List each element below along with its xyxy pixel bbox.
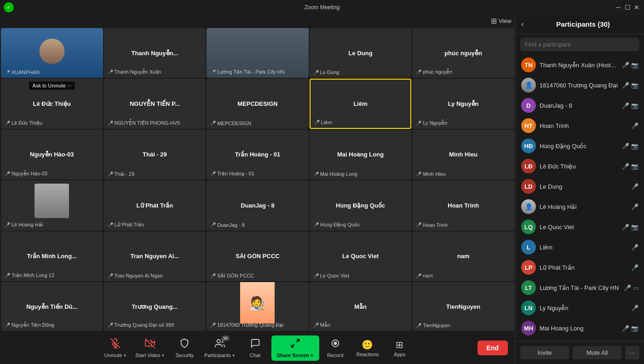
list-item[interactable]: LN Ly Nguyễn 🎤 (516, 298, 644, 318)
video-off-icon: 📷 (631, 82, 638, 89)
video-cell-luong[interactable]: 🎤 Lương Tấn Tài - Park City HN (207, 28, 309, 78)
list-item[interactable]: L Liêm 🎤 (516, 237, 644, 257)
mute-icon: 🎤 (210, 121, 216, 126)
list-item[interactable]: TN Thanh Nguyễn Xuân (Host, me) 🎤 📷 (516, 55, 644, 75)
video-cell-minh-hieu[interactable]: Minh Hieu 🎤 Minh Hieu (412, 130, 514, 179)
video-off-icon: 📷 (631, 224, 638, 231)
sidebar-header: ‹ Participants (30) (516, 15, 644, 34)
participant-icons: 🎤 (631, 305, 638, 312)
video-cell-nguyen-tien[interactable]: NGUYỄN TIẾN P... 🎤 NGUYỄN TIẾN PHONG-HV5 (104, 79, 206, 128)
video-cell-hao[interactable]: Nguyễn Hào-03 🎤 Nguyễn Hào-03 (1, 130, 103, 179)
list-item[interactable]: LP Lữ Phát Trần 🎤 (516, 257, 644, 277)
sidebar-back-icon[interactable]: ‹ (521, 19, 524, 29)
mute-icon: 🎤 (631, 203, 638, 210)
cell-display-name: Liêm (351, 100, 369, 107)
mute-icon: 🎤 (631, 264, 638, 271)
avatar: 👤 (521, 78, 536, 92)
video-cell-mai-hoang[interactable]: Mai Hoàng Long 🎤 Mai Hoàng Long (310, 130, 412, 179)
participant-icons: 🎤 📷 (622, 224, 638, 231)
video-cell-thai[interactable]: Thái - 29 🎤 Thái - 29 (104, 130, 206, 179)
cell-display-name: Minh Hieu (447, 151, 479, 158)
video-off-icon: 📷 (631, 102, 638, 109)
list-item[interactable]: LD Le Dung 🎤 (516, 176, 644, 196)
list-item[interactable]: HĐ Hùng Đặng Quốc 🎤 📷 (516, 136, 644, 156)
view-label[interactable]: View (499, 17, 512, 24)
cell-username: 🎤 Liêm (312, 120, 334, 125)
chat-tool[interactable]: Chat (239, 335, 271, 361)
participant-search-input[interactable] (520, 38, 639, 51)
video-cell-phuc[interactable]: phúc nguyễn 🎤 phúc nguyễn (412, 28, 514, 78)
video-cell-man[interactable]: Mẫn 🎤 Mẫn (310, 282, 412, 331)
video-cell-duanjag[interactable]: DuanJag - 8 🎤 DuanJag - 8 (207, 180, 309, 230)
list-item[interactable]: LT Lương Tấn Tài - Park City HN 🎤 ▭ (516, 277, 644, 298)
video-cell-ledung[interactable]: Le Dung 🎤 Le Dung (310, 28, 412, 78)
video-cell-truong-quang[interactable]: Trương Quang... 🎤 Trương Quang Đại số 99… (104, 282, 206, 331)
minimize-button[interactable]: ─ (615, 4, 622, 11)
cell-display-name: Mẫn (352, 303, 368, 310)
close-button[interactable]: ✕ (633, 4, 640, 11)
video-cell-hoan-trinh[interactable]: Hoan Trinh 🎤 Hoan Trinh (412, 180, 514, 230)
video-cell-tran-nguyen[interactable]: Tran Nguyen Ai... 🎤 Tran Nguyen Ai Ngan (104, 231, 206, 281)
video-header: ⊞ View (0, 15, 515, 27)
cell-username: 🎤 NGUYỄN TIẾN PHONG-HV5 (106, 120, 182, 126)
video-cell-nam[interactable]: nam 🎤 nam (412, 231, 514, 281)
ask-unmute-button[interactable]: Ask to Unmute ··· (29, 81, 75, 90)
avatar: LP (521, 260, 536, 275)
share-screen-tool[interactable]: Share Screen ▲ (271, 335, 319, 361)
unmute-tool[interactable]: Unmute ▲ (99, 335, 132, 361)
cell-display-name: TienNguyen (444, 303, 482, 310)
end-button[interactable]: End (477, 341, 508, 355)
more-options-button[interactable]: ··· (625, 346, 639, 359)
list-item[interactable]: 👤 18147060 Trương Quang Đại 🎤 📷 (516, 75, 644, 95)
video-cell-mepc[interactable]: MEPCDESIGN 🎤 MEPCDESIGN (207, 79, 309, 128)
video-cell-lu-phat[interactable]: Lữ Phát Trần 🎤 Lữ Phát Trần (104, 180, 206, 230)
list-item[interactable]: LQ Le Quoc Viet 🎤 📷 (516, 217, 644, 237)
video-cell-tran-hoang[interactable]: Trần Hoàng - 01 🎤 Trần Hoàng - 01 (207, 130, 309, 179)
participants-tool[interactable]: 30 Participants ▲ (201, 335, 239, 361)
start-video-tool[interactable]: Start Video ▲ (132, 335, 168, 361)
list-item[interactable]: 👤 Lê Hoàng Hải 🎤 (516, 196, 644, 217)
invite-button[interactable]: Invite (520, 346, 569, 359)
reactions-tool[interactable]: 🙂 Reactions (351, 336, 384, 360)
video-cell-thanh[interactable]: Thanh Nguyễn... 🎤 Thanh Nguyễn Xuân (104, 28, 206, 78)
video-cell-le-quoc[interactable]: Le Quoc Viet 🎤 Le Quoc Viet (310, 231, 412, 281)
mute-icon: 🎤 (416, 69, 421, 75)
video-cell-nguyen-tien-dung[interactable]: Nguyễn Tiến Dũ... 🎤 Nguyễn Tiến Dũng (1, 282, 103, 331)
video-cell-hung-dang[interactable]: Hùng Đặng Quốc 🎤 Hùng Đặng Quốc (310, 180, 412, 230)
participant-name: Lữ Phát Trần (540, 264, 627, 271)
video-cell-leduc[interactable]: Ask to Unmute ··· Lê Đức Thiệu 🎤 Lê Đức … (1, 79, 103, 128)
window-title: Zoom Meeting (305, 4, 340, 11)
video-cell-ly-nguyen[interactable]: Ly Nguyễn 🎤 Ly Nguyễn (412, 79, 514, 128)
record-tool[interactable]: Record (319, 335, 351, 361)
security-icon (179, 338, 190, 351)
video-cell-18147060[interactable]: 🧑‍🎨 🎤 18147060 Trương Quang Đại (207, 282, 309, 331)
security-tool[interactable]: Security (168, 335, 201, 361)
participants-label: Participants (204, 352, 230, 358)
avatar: LN (521, 300, 536, 315)
cell-display-name: Trần Minh Long... (25, 253, 79, 260)
zoom-shield-icon: ✓ (4, 2, 14, 12)
participant-icons: 🎤 (631, 203, 638, 210)
video-cell-le-hoang[interactable]: 🎤 Lê Hoàng Hải (1, 180, 103, 230)
mute-all-button[interactable]: Mute All (573, 346, 621, 359)
svg-point-4 (217, 339, 220, 342)
list-item[interactable]: HT Hoan Trinh 🎤 (516, 116, 644, 136)
video-cell-tien-nguyen[interactable]: TienNguyen 🎤 TienNguyen (412, 282, 514, 331)
maximize-button[interactable]: ☐ (624, 4, 631, 11)
participant-name: Lê Đức Thiệu (540, 163, 618, 170)
video-off-icon: 📷 (631, 163, 638, 170)
mute-icon: 🎤 (631, 183, 638, 190)
apps-tool[interactable]: ⊞ Apps (384, 336, 416, 360)
video-cell-liem[interactable]: Liêm 🎤 Liêm (310, 79, 412, 128)
video-cell-tran-minh[interactable]: Trần Minh Long... 🎤 Trần Minh Long 12 (1, 231, 103, 281)
mute-icon: 🎤 (313, 70, 319, 75)
cell-display-name: nam (455, 253, 472, 260)
avatar: LĐ (521, 159, 536, 173)
list-item[interactable]: LĐ Lê Đức Thiệu 🎤 📷 (516, 156, 644, 176)
mute-icon: 🎤 (416, 222, 421, 227)
list-item[interactable]: D DuanJag - 8 🎤 📷 (516, 95, 644, 116)
video-cell-xuanphan[interactable]: Ask to Unmute ··· 🎤 XUANPHAN (1, 28, 103, 78)
video-cell-sai-gon[interactable]: SÀI GÒN PCCC 🎤 SÀI GÒN PCCC (207, 231, 309, 281)
list-item[interactable]: MH Mai Hoàng Long 🎤 📷 (516, 318, 644, 338)
cell-username: 🎤 Thái - 29 (106, 171, 136, 177)
